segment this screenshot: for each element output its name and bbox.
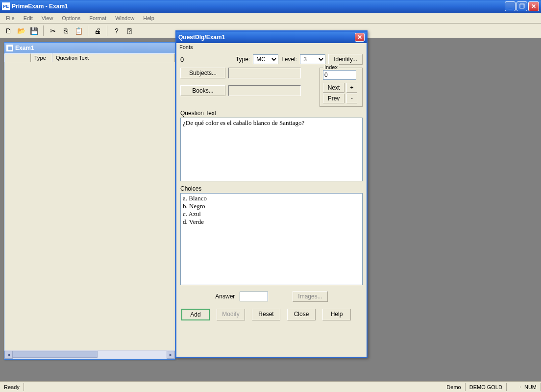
cut-icon[interactable]: ✂ bbox=[48, 25, 58, 36]
books-field bbox=[228, 85, 301, 96]
statusbar: Ready Demo DEMO GOLD NUM bbox=[0, 381, 541, 392]
type-select[interactable]: MC bbox=[253, 54, 278, 64]
books-button[interactable]: Books... bbox=[180, 85, 225, 96]
horizontal-scrollbar[interactable]: ◄ ► bbox=[4, 350, 175, 359]
index-group: Index Next + Prev - bbox=[320, 68, 363, 107]
menubar: File Edit View Options Format Window Hel… bbox=[0, 13, 541, 24]
maximize-button[interactable]: ❐ bbox=[516, 1, 527, 11]
level-label: Level: bbox=[281, 56, 297, 63]
index-legend: Index bbox=[323, 64, 339, 70]
menu-window[interactable]: Window bbox=[111, 14, 138, 22]
modify-button[interactable]: Modify bbox=[217, 309, 245, 320]
window-title: PrimeExam - Exam1 bbox=[12, 3, 505, 10]
column-type[interactable]: Type bbox=[31, 53, 52, 62]
menu-help[interactable]: Help bbox=[139, 14, 158, 22]
new-icon[interactable]: 🗋 bbox=[3, 25, 14, 36]
app-icon: PE bbox=[2, 2, 10, 10]
question-number: 0 bbox=[180, 56, 200, 63]
help-icon[interactable]: ? bbox=[111, 25, 122, 36]
scroll-track[interactable] bbox=[13, 351, 167, 359]
copy-icon[interactable]: ⎘ bbox=[60, 25, 71, 36]
menu-edit[interactable]: Edit bbox=[20, 14, 37, 22]
add-button[interactable]: Add bbox=[181, 309, 210, 320]
separator bbox=[107, 25, 107, 36]
answer-label: Answer bbox=[215, 293, 235, 300]
list-header: Type Question Text bbox=[4, 53, 175, 62]
question-text-label: Question Text bbox=[180, 110, 363, 117]
list-body[interactable] bbox=[4, 62, 175, 350]
column-question-text[interactable]: Question Text bbox=[52, 53, 175, 62]
dialog-titlebar[interactable]: QuestDlg/Exam1 ✕ bbox=[176, 31, 367, 43]
save-icon[interactable]: 💾 bbox=[28, 25, 39, 36]
index-input[interactable] bbox=[323, 70, 356, 80]
minus-button[interactable]: - bbox=[346, 94, 357, 103]
type-label: Type: bbox=[236, 56, 250, 63]
scroll-thumb[interactable] bbox=[13, 351, 98, 358]
print-icon[interactable]: 🖨 bbox=[92, 25, 103, 36]
status-ready: Ready bbox=[0, 383, 24, 391]
scroll-right-icon[interactable]: ► bbox=[167, 351, 175, 359]
choices-area[interactable] bbox=[180, 193, 363, 285]
identity-button[interactable]: Identity... bbox=[328, 54, 363, 65]
prev-button[interactable]: Prev bbox=[323, 94, 344, 103]
minimize-button[interactable]: _ bbox=[505, 1, 516, 11]
status-demo: Demo bbox=[443, 383, 465, 391]
child-titlebar[interactable]: ▦ Exam1 bbox=[4, 43, 175, 53]
help-button[interactable]: Help bbox=[322, 309, 351, 320]
paste-icon[interactable]: 📋 bbox=[73, 25, 84, 36]
open-icon[interactable]: 📂 bbox=[16, 25, 26, 36]
status-num: NUM bbox=[520, 383, 541, 391]
scroll-left-icon[interactable]: ◄ bbox=[4, 351, 13, 359]
child-title-text: Exam1 bbox=[15, 45, 34, 51]
separator bbox=[43, 25, 44, 36]
menu-view[interactable]: View bbox=[38, 14, 57, 22]
images-button[interactable]: Images... bbox=[293, 291, 327, 302]
close-dialog-button[interactable]: Close bbox=[287, 309, 316, 320]
menu-options[interactable]: Options bbox=[58, 14, 84, 22]
plus-button[interactable]: + bbox=[346, 83, 357, 93]
status-blank bbox=[507, 386, 520, 388]
menu-format[interactable]: Format bbox=[85, 14, 110, 22]
child-icon: ▦ bbox=[6, 45, 13, 51]
main-titlebar: PE PrimeExam - Exam1 _ ❐ ✕ bbox=[0, 0, 541, 13]
level-select[interactable]: 3 bbox=[300, 54, 325, 64]
question-dialog: QuestDlg/Exam1 ✕ Fonts 0 Type: MC Level:… bbox=[175, 30, 368, 358]
dialog-close-button[interactable]: ✕ bbox=[355, 33, 365, 42]
subjects-field bbox=[228, 68, 301, 78]
menu-file[interactable]: File bbox=[2, 14, 19, 22]
answer-input[interactable] bbox=[240, 292, 268, 301]
next-button[interactable]: Next bbox=[323, 83, 344, 93]
close-button[interactable]: ✕ bbox=[528, 1, 539, 11]
dialog-menu-fonts[interactable]: Fonts bbox=[176, 43, 367, 52]
exam-child-window: ▦ Exam1 Type Question Text ◄ ► bbox=[4, 42, 175, 360]
separator bbox=[88, 25, 88, 36]
choices-label: Choices bbox=[180, 185, 363, 192]
question-text-area[interactable] bbox=[180, 118, 363, 181]
dialog-title-text: QuestDlg/Exam1 bbox=[178, 34, 225, 41]
context-help-icon[interactable]: ⍰ bbox=[124, 25, 135, 36]
status-demogold: DEMO GOLD bbox=[466, 383, 507, 391]
column-blank[interactable] bbox=[4, 53, 31, 62]
reset-button[interactable]: Reset bbox=[252, 309, 280, 320]
subjects-button[interactable]: Subjects... bbox=[180, 68, 225, 78]
